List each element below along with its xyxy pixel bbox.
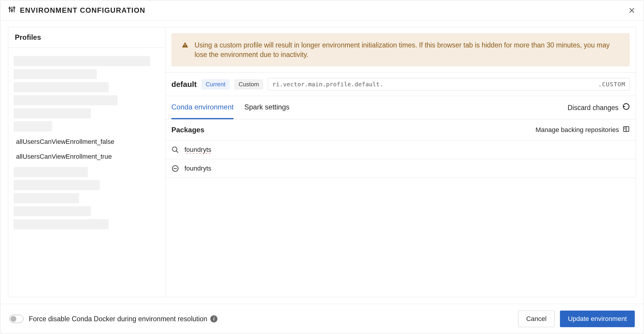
redacted-profile-item[interactable] (14, 95, 118, 105)
close-icon[interactable] (628, 6, 636, 15)
search-icon (171, 146, 179, 154)
redacted-profile-item[interactable] (14, 180, 100, 190)
svg-line-15 (176, 151, 178, 153)
packages-header: Packages Manage backing repositories (165, 120, 636, 141)
redacted-profile-item[interactable] (14, 206, 91, 216)
redacted-profile-item[interactable] (14, 167, 88, 177)
modal-title: ENVIRONMENT CONFIGURATION (20, 6, 145, 15)
profile-row: default Current Custom ri.vector.main.pr… (165, 72, 636, 96)
modal-header: ENVIRONMENT CONFIGURATION (0, 0, 644, 20)
main-panel: Using a custom profile will result in lo… (165, 27, 636, 297)
cancel-button[interactable]: Cancel (518, 311, 554, 327)
custom-badge: Custom (234, 79, 263, 90)
redacted-profile-item[interactable] (14, 108, 91, 118)
packages-title: Packages (171, 126, 204, 134)
book-icon (623, 125, 630, 134)
profiles-list: allUsersCanViewEnrollment_falseallUsersC… (8, 48, 165, 297)
profiles-heading: Profiles (8, 27, 165, 48)
toggle-label-text: Force disable Conda Docker during enviro… (29, 315, 207, 323)
update-environment-button[interactable]: Update environment (560, 311, 635, 327)
info-icon[interactable]: i (210, 315, 217, 322)
force-disable-conda-toggle[interactable] (9, 315, 23, 323)
redacted-profile-item[interactable] (14, 82, 109, 92)
modal-body: Profiles allUsersCanViewEnrollment_false… (0, 20, 644, 304)
package-name: foundryts (184, 165, 211, 172)
tab-spark-settings[interactable]: Spark settings (244, 96, 289, 119)
profile-id-field[interactable]: ri.vector.main.profile.default. .CUSTOM (268, 78, 630, 90)
environment-config-modal: ENVIRONMENT CONFIGURATION Profiles allUs… (0, 0, 644, 334)
modal-footer: Force disable Conda Docker during enviro… (0, 304, 644, 334)
sidebar-item-allUsersCanViewEnrollment_true[interactable]: allUsersCanViewEnrollment_true (8, 149, 165, 164)
sliders-icon (8, 6, 16, 15)
redacted-profile-item[interactable] (14, 193, 79, 203)
redacted-profile-item[interactable] (14, 121, 52, 131)
manage-backing-repos-button[interactable]: Manage backing repositories (536, 125, 630, 134)
svg-rect-8 (185, 44, 185, 46)
svg-point-5 (13, 7, 15, 8)
package-result-row: foundryts (165, 159, 636, 178)
svg-rect-9 (185, 46, 185, 47)
warning-text: Using a custom profile will result in lo… (195, 40, 620, 59)
force-disable-conda-label: Force disable Conda Docker during enviro… (29, 315, 217, 323)
discard-changes-label: Discard changes (568, 104, 618, 112)
svg-point-3 (11, 10, 13, 11)
redacted-profile-item[interactable] (14, 219, 109, 229)
warning-icon (181, 40, 189, 51)
undo-icon (622, 103, 630, 112)
redacted-profile-item[interactable] (14, 56, 150, 66)
redacted-profile-item[interactable] (14, 69, 97, 79)
svg-point-1 (9, 7, 10, 9)
manage-backing-repos-label: Manage backing repositories (536, 126, 619, 134)
profiles-sidebar: Profiles allUsersCanViewEnrollment_false… (8, 27, 165, 297)
package-search-row (165, 141, 636, 159)
warning-banner: Using a custom profile will result in lo… (171, 33, 630, 66)
tab-conda-environment[interactable]: Conda environment (171, 96, 233, 119)
profile-id-prefix: ri.vector.main.profile.default. (272, 81, 383, 88)
profile-name: default (171, 80, 197, 89)
profile-id-suffix: .CUSTOM (598, 81, 625, 88)
sidebar-item-allUsersCanViewEnrollment_false[interactable]: allUsersCanViewEnrollment_false (8, 134, 165, 149)
svg-point-14 (172, 147, 177, 152)
package-search-input[interactable] (184, 146, 630, 154)
remove-package-icon[interactable] (171, 165, 179, 172)
tabs-row: Conda environmentSpark settings Discard … (165, 96, 636, 120)
current-badge: Current (201, 79, 230, 90)
discard-changes-button[interactable]: Discard changes (568, 103, 630, 112)
